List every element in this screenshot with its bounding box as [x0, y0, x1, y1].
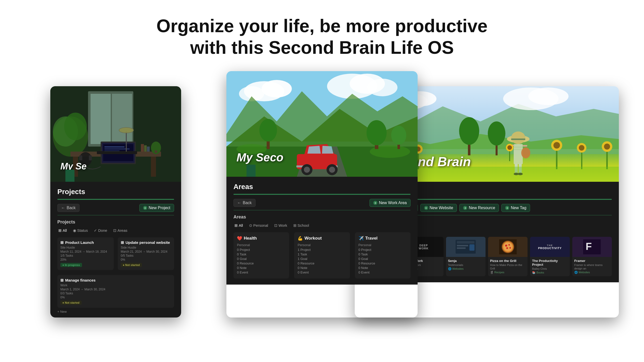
- svg-rect-9: [151, 157, 156, 177]
- svg-point-122: [506, 247, 508, 249]
- project-icon-2: ⊞: [121, 240, 124, 245]
- svg-point-121: [508, 244, 510, 246]
- svg-rect-19: [89, 155, 92, 160]
- svg-point-56: [367, 120, 387, 145]
- filter-all[interactable]: ⊞ All: [57, 228, 68, 233]
- travel-projects: 0 Project: [358, 248, 407, 252]
- areas-back-arrow: ←: [237, 201, 241, 205]
- projects-filter-tabs: ⊞ All ◉ Status ✓ Done ⊡ Areas: [57, 228, 174, 233]
- svg-point-120: [505, 245, 507, 247]
- svg-point-87: [459, 117, 479, 145]
- areas-filter-personal[interactable]: ⊙ Personal: [248, 223, 269, 228]
- resource-thumb-5: THE PRODUCTIVITY: [530, 237, 570, 257]
- svg-rect-94: [514, 147, 523, 148]
- health-tasks: 0 Task: [237, 252, 286, 256]
- workout-tasks: 1 Task: [298, 252, 346, 256]
- resource-info-5: The Productivity Project Bailey Chris 📚 …: [530, 257, 570, 276]
- new-project-btn[interactable]: + New Project: [139, 204, 174, 212]
- area-travel: ✈️ Travel Personal 0 Project 0 Task 0 Go…: [355, 232, 411, 279]
- svg-rect-3: [112, 94, 132, 144]
- workout-title: 💪 Workout: [298, 236, 346, 241]
- resource-name-6: Framer: [574, 259, 610, 263]
- svg-point-105: [507, 145, 512, 150]
- resource-desc-4: How to Make Pizza on the Grill: [490, 263, 526, 270]
- projects-bar: [57, 199, 174, 200]
- svg-point-123: [509, 247, 511, 249]
- resource-info-4: Pizza on the Grill How to Make Pizza on …: [488, 257, 528, 276]
- new-tag-btn[interactable]: + New Tag: [501, 204, 530, 212]
- areas-filter-work[interactable]: ⊡ Work: [273, 223, 288, 228]
- areas-back-btn[interactable]: ← Back: [233, 199, 256, 207]
- svg-point-85: [528, 87, 569, 105]
- svg-rect-13: [104, 147, 125, 147]
- travel-notes: 0 Note: [358, 266, 407, 270]
- workout-notes: 0 Note: [298, 266, 346, 270]
- center-card-title: My Seco: [236, 151, 284, 164]
- resource-name-5: The Productivity Project: [532, 259, 568, 266]
- project-2-progress: 0%: [121, 258, 171, 261]
- project-3-title: ⊞ Manage finances: [60, 278, 171, 283]
- resource-info-6: Framer Framer is where teams design an 🌐…: [572, 257, 612, 276]
- areas-filter-school[interactable]: ⊞ School: [292, 223, 310, 228]
- resource-tag-5: 📚 Books: [532, 271, 568, 274]
- filter-done[interactable]: ✓ Done: [93, 228, 108, 233]
- health-goals: 0 Goal: [237, 257, 286, 261]
- new-website-btn[interactable]: + New Website: [420, 204, 457, 212]
- health-notes: 0 Note: [237, 266, 286, 270]
- areas-filter-all[interactable]: ⊞ All: [233, 223, 244, 228]
- resource-item-6[interactable]: F Framer Framer is where teams design an…: [572, 237, 612, 276]
- area-health: ❤️ Health Personal 0 Project 0 Task 0 Go…: [233, 232, 289, 279]
- travel-goals: 0 Goal: [358, 257, 407, 261]
- new-project-inline-btn[interactable]: + New: [57, 310, 174, 313]
- plus-icon: +: [143, 206, 147, 210]
- areas-columns: ❤️ Health Personal 0 Project 0 Task 0 Go…: [233, 232, 411, 279]
- resource-item-3[interactable]: Senja Testimonials 🌐 Websites: [446, 237, 486, 276]
- svg-point-27: [119, 128, 133, 133]
- projects-content: Projects ← Back + New Project Projects ⊞…: [50, 182, 181, 318]
- resource-tag-6: 🌐 Websites: [574, 271, 610, 274]
- svg-marker-44: [322, 146, 333, 154]
- filter-status[interactable]: ◉ Status: [72, 228, 89, 233]
- tag-plus-icon: +: [505, 206, 509, 210]
- resource-item-4[interactable]: Pizza on the Grill How to Make Pizza on …: [488, 237, 528, 276]
- svg-point-50: [329, 167, 335, 173]
- project-2-title: ⊞ Update personal website: [121, 240, 171, 245]
- svg-rect-21: [144, 145, 147, 152]
- work-icon: ⊡: [274, 223, 277, 228]
- travel-title: ✈️ Travel: [358, 236, 407, 241]
- areas-content: Areas ← Back + New Work Area Areas ⊞ All: [226, 177, 418, 285]
- website-plus-icon: +: [424, 206, 428, 210]
- resource-tag-4: 🍴 Recipes: [490, 271, 526, 274]
- svg-rect-115: [469, 244, 474, 251]
- resource-name-4: Pizza on the Grill: [490, 259, 526, 263]
- svg-rect-113: [457, 245, 468, 246]
- new-work-area-btn[interactable]: + New Work Area: [370, 199, 411, 207]
- project-3-date: March 1, 2024 → March 30, 2024: [60, 288, 171, 291]
- areas-card-image: My Seco: [226, 71, 418, 177]
- project-icon-3: ⊞: [60, 278, 64, 283]
- svg-text:F: F: [586, 241, 592, 252]
- svg-point-77: [579, 145, 584, 151]
- areas-divider: [233, 210, 411, 210]
- resource-info-3: Senja Testimonials 🌐 Websites: [446, 257, 486, 273]
- project-1-progress: 20%: [60, 258, 111, 261]
- svg-point-74: [553, 142, 560, 149]
- project-3-progress: 0%: [60, 296, 171, 299]
- svg-point-89: [488, 121, 505, 146]
- svg-rect-25: [126, 131, 127, 152]
- projects-back-btn[interactable]: ← Back: [57, 204, 79, 212]
- back-arrow-icon: ←: [61, 206, 65, 210]
- svg-rect-92: [511, 139, 525, 140]
- svg-point-58: [391, 126, 406, 145]
- left-bookmark: [65, 170, 74, 182]
- health-sub: Personal: [237, 243, 286, 247]
- filter-areas[interactable]: ⊡ Areas: [112, 228, 128, 233]
- resource-thumb-6: F: [572, 237, 612, 257]
- areas-section-title: Areas: [233, 183, 411, 191]
- svg-rect-95: [514, 149, 523, 150]
- project-item-2: ⊞ Update personal website Side Hustle Ma…: [118, 237, 174, 270]
- resource-item-5[interactable]: THE PRODUCTIVITY The Productivity Projec…: [530, 237, 570, 276]
- resource-desc-5: Bailey Chris: [532, 267, 568, 270]
- project-2-category: Side Hustle: [121, 246, 171, 249]
- new-resource-btn[interactable]: + New Resource: [459, 204, 499, 212]
